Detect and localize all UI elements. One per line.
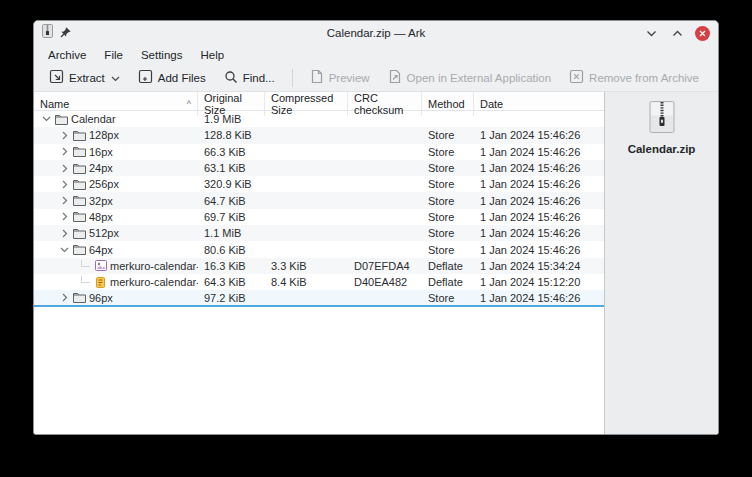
menu-archive[interactable]: Archive	[40, 47, 94, 63]
expander-collapsed-icon[interactable]	[59, 292, 70, 303]
entry-name-cell: 256px	[34, 178, 198, 190]
table-row[interactable]: 128px128.8 KiBStore1 Jan 2024 15:46:26	[34, 127, 604, 143]
expander-collapsed-icon[interactable]	[59, 211, 70, 222]
open-external-label: Open in External Application	[407, 72, 551, 84]
entry-name-cell: 32px	[34, 195, 198, 207]
sort-ascending-icon: ^	[187, 99, 191, 109]
column-header-crc-checksum[interactable]: CRC checksum	[348, 92, 422, 116]
table-row[interactable]: 512px1.1 MiBStore1 Jan 2024 15:46:26	[34, 225, 604, 241]
entry-name: 16px	[89, 146, 113, 158]
chevron-down-icon[interactable]	[111, 72, 120, 84]
expander-collapsed-icon[interactable]	[59, 195, 70, 206]
add-files-icon	[138, 69, 153, 86]
entry-name-cell: 96px	[34, 292, 198, 304]
search-icon	[224, 70, 238, 86]
preview-icon	[310, 69, 324, 86]
minimize-button[interactable]	[643, 25, 659, 41]
add-files-label: Add Files	[158, 72, 206, 84]
entry-date: 1 Jan 2024 15:46:26	[474, 292, 604, 304]
menu-file[interactable]: File	[96, 47, 131, 63]
close-button[interactable]	[695, 26, 710, 41]
remove-label: Remove from Archive	[589, 72, 699, 84]
table-row[interactable]: 24px63.1 KiBStore1 Jan 2024 15:46:26	[34, 160, 604, 176]
expander-collapsed-icon[interactable]	[59, 146, 70, 157]
entry-crc-checksum: D40EA482	[348, 276, 422, 288]
expander-collapsed-icon[interactable]	[59, 179, 70, 190]
entry-original-size: 1.1 MiB	[198, 227, 265, 239]
entry-name: 128px	[89, 129, 119, 141]
entry-name-cell: 512px	[34, 227, 198, 239]
extract-button[interactable]: Extract	[42, 66, 127, 89]
entry-name: 512px	[89, 227, 119, 239]
maximize-button[interactable]	[669, 25, 685, 41]
entry-date: 1 Jan 2024 15:46:26	[474, 146, 604, 158]
table-row[interactable]: 32px64.7 KiBStore1 Jan 2024 15:46:26	[34, 192, 604, 208]
table-row[interactable]: 64px80.6 KiBStore1 Jan 2024 15:46:26	[34, 241, 604, 257]
menu-settings[interactable]: Settings	[133, 47, 191, 63]
column-header-name[interactable]: Name ^	[34, 92, 198, 116]
preview-button[interactable]: Preview	[303, 66, 377, 89]
pin-icon[interactable]	[60, 24, 72, 42]
entry-name: merkuro-calendar-64px.png	[110, 260, 198, 272]
entry-date: 1 Jan 2024 15:12:20	[474, 276, 604, 288]
folder-icon	[73, 211, 86, 223]
folder-icon	[73, 227, 86, 239]
entry-date: 1 Jan 2024 15:46:26	[474, 129, 604, 141]
archive-table: Name ^ Original Size Compressed Size CRC…	[34, 92, 604, 434]
find-button[interactable]: Find...	[217, 67, 282, 89]
expander-collapsed-icon[interactable]	[59, 228, 70, 239]
entry-method: Deflate	[422, 260, 474, 272]
entry-name: 64px	[89, 244, 113, 256]
entry-method: Store	[422, 292, 474, 304]
menu-help[interactable]: Help	[192, 47, 232, 63]
column-header-compressed-size[interactable]: Compressed Size	[265, 92, 348, 116]
table-row[interactable]: 48px69.7 KiBStore1 Jan 2024 15:46:26	[34, 209, 604, 225]
entry-crc-checksum: D07EFDA4	[348, 260, 422, 272]
folder-icon	[73, 195, 86, 207]
expander-collapsed-icon[interactable]	[59, 130, 70, 141]
expander-collapsed-icon[interactable]	[59, 163, 70, 174]
entry-date: 1 Jan 2024 15:46:26	[474, 178, 604, 190]
entry-compressed-size: 3.3 KiB	[265, 260, 348, 272]
column-header-date[interactable]: Date	[474, 92, 604, 116]
entry-original-size: 97.2 KiB	[198, 292, 265, 304]
entry-name-cell: 24px	[34, 162, 198, 174]
zip-file-icon	[42, 24, 53, 42]
open-external-button[interactable]: Open in External Application	[381, 66, 558, 89]
entry-original-size: 69.7 KiB	[198, 211, 265, 223]
entry-original-size: 63.1 KiB	[198, 162, 265, 174]
column-header-method[interactable]: Method	[422, 92, 474, 116]
table-row[interactable]: 16px66.3 KiBStore1 Jan 2024 15:46:26	[34, 144, 604, 160]
add-files-button[interactable]: Add Files	[131, 66, 213, 89]
table-row[interactable]: 256px320.9 KiBStore1 Jan 2024 15:46:26	[34, 176, 604, 192]
window-title: Calendar.zip — Ark	[34, 27, 718, 39]
entry-method: Store	[422, 162, 474, 174]
folder-icon	[73, 292, 86, 304]
entry-name: 24px	[89, 162, 113, 174]
entry-original-size: 64.3 KiB	[198, 276, 265, 288]
remove-from-archive-button[interactable]: Remove from Archive	[562, 66, 706, 89]
entry-date: 1 Jan 2024 15:46:26	[474, 162, 604, 174]
entry-date: 1 Jan 2024 15:34:24	[474, 260, 604, 272]
table-row[interactable]: merkuro-calendar-64px.png16.3 KiB3.3 KiB…	[34, 258, 604, 274]
table-row[interactable]: 96px97.2 KiBStore1 Jan 2024 15:46:26	[34, 290, 604, 307]
table-header: Name ^ Original Size Compressed Size CRC…	[34, 92, 604, 111]
find-label: Find...	[243, 72, 275, 84]
entry-method: Store	[422, 227, 474, 239]
table-row[interactable]: merkuro-calendar-64px.svg64.3 KiB8.4 KiB…	[34, 274, 604, 290]
column-header-original-size[interactable]: Original Size	[198, 92, 265, 116]
entry-name-cell: merkuro-calendar-64px.svg	[34, 276, 198, 288]
entry-name: 48px	[89, 211, 113, 223]
entry-name-cell: 64px	[34, 244, 198, 256]
entry-date: 1 Jan 2024 15:46:26	[474, 227, 604, 239]
entry-method: Deflate	[422, 276, 474, 288]
entry-original-size: 16.3 KiB	[198, 260, 265, 272]
remove-icon	[569, 69, 584, 86]
extract-icon	[49, 69, 64, 86]
entry-name: 96px	[89, 292, 113, 304]
expander-expanded-icon[interactable]	[59, 244, 70, 255]
titlebar[interactable]: Calendar.zip — Ark	[34, 21, 718, 45]
entry-original-size: 128.8 KiB	[198, 129, 265, 141]
folder-icon	[73, 129, 86, 141]
folder-icon	[73, 162, 86, 174]
